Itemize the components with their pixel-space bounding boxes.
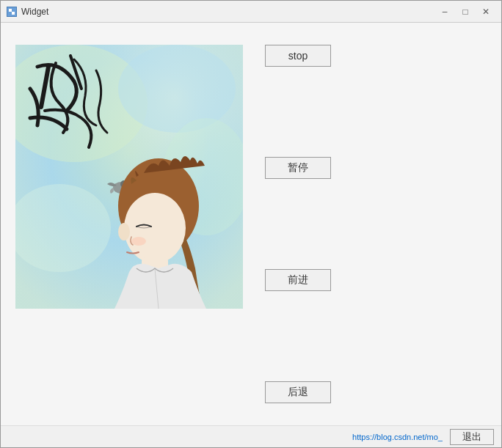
svg-rect-2 (12, 12, 15, 15)
window-title: Widget (21, 7, 48, 17)
stop-button[interactable]: stop (265, 45, 331, 67)
svg-rect-1 (9, 9, 12, 12)
app-icon (7, 7, 17, 17)
image-container (15, 45, 243, 309)
svg-point-6 (118, 45, 236, 133)
forward-button[interactable]: 前进 (265, 269, 331, 291)
title-bar: Widget – □ ✕ (1, 1, 501, 23)
pause-button[interactable]: 暂停 (265, 157, 331, 179)
title-bar-left: Widget (7, 7, 48, 17)
window-controls: – □ ✕ (435, 4, 495, 19)
bottom-bar: https://blog.csdn.net/mo_ 退出 (1, 425, 501, 447)
maximize-button[interactable]: □ (456, 4, 475, 19)
anime-illustration (15, 45, 243, 309)
csdn-link: https://blog.csdn.net/mo_ (352, 433, 443, 441)
buttons-area: stop 暂停 前进 后退 (265, 37, 487, 411)
main-window: Widget – □ ✕ (0, 0, 502, 448)
content-area: stop 暂停 前进 后退 (1, 23, 501, 425)
backward-button[interactable]: 后退 (265, 381, 331, 403)
close-button[interactable]: ✕ (476, 4, 495, 19)
minimize-button[interactable]: – (435, 4, 454, 19)
svg-point-17 (118, 223, 130, 240)
svg-point-18 (131, 237, 146, 246)
exit-button[interactable]: 退出 (450, 429, 494, 445)
